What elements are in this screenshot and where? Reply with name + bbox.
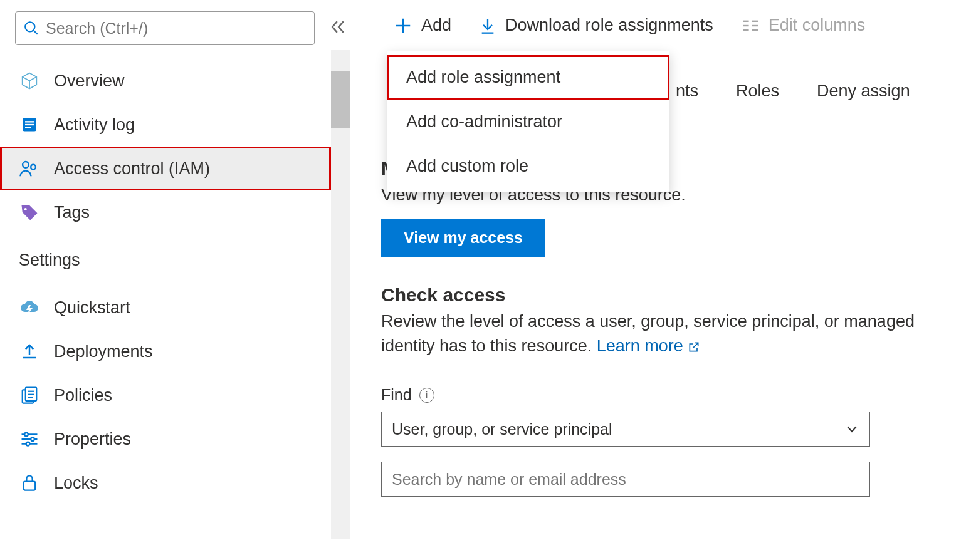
toolbar-label: Download role assignments: [505, 16, 713, 35]
svg-point-19: [31, 437, 34, 441]
dropdown-item-add-role-assignment[interactable]: Add role assignment: [387, 55, 669, 100]
add-button[interactable]: Add: [394, 16, 451, 35]
sidebar-item-tags[interactable]: Tags: [0, 190, 331, 234]
toolbar-label: Add: [421, 16, 451, 35]
svg-line-1: [33, 30, 38, 34]
collapse-sidebar-button[interactable]: [328, 18, 350, 39]
toolbar-label: Edit columns: [769, 16, 866, 35]
sidebar-search-input[interactable]: [46, 19, 307, 38]
external-link-icon: [688, 336, 700, 355]
sidebar-item-properties[interactable]: Properties: [0, 417, 331, 461]
sidebar-item-deployments[interactable]: Deployments: [0, 329, 331, 373]
check-access-heading: Check access: [381, 284, 945, 306]
chevron-down-icon: [844, 422, 859, 437]
svg-rect-4: [25, 121, 34, 122]
content-area: M View my level of access to this resour…: [381, 159, 945, 497]
sidebar-item-label: Locks: [54, 474, 98, 493]
svg-point-7: [23, 162, 29, 168]
dropdown-item-add-custom-role[interactable]: Add custom role: [387, 144, 669, 189]
sidebar-item-label: Overview: [54, 71, 125, 91]
learn-more-link[interactable]: Learn more: [597, 336, 701, 355]
policies-icon: [19, 385, 40, 406]
find-search-wrapper[interactable]: [381, 462, 870, 497]
columns-icon: [741, 18, 760, 33]
sidebar-item-label: Properties: [54, 430, 131, 449]
svg-rect-22: [24, 482, 35, 490]
sidebar: Overview Activity log Access control: [0, 0, 351, 560]
check-access-description: Review the level of access a user, group…: [381, 309, 945, 358]
toolbar: Add Download role assignments Edit colum…: [381, 0, 971, 51]
edit-columns-button[interactable]: Edit columns: [741, 16, 866, 35]
sliders-icon: [19, 428, 40, 450]
info-icon[interactable]: i: [419, 388, 434, 403]
sidebar-scrollbar-thumb[interactable]: [331, 71, 350, 128]
svg-rect-6: [25, 127, 31, 128]
svg-point-17: [24, 433, 28, 437]
cloud-bolt-icon: [19, 297, 40, 318]
sidebar-item-access-control[interactable]: Access control (IAM): [0, 147, 331, 190]
tab-partial-nts[interactable]: nts: [676, 81, 698, 101]
sidebar-item-label: Tags: [54, 203, 90, 222]
search-icon: [23, 20, 39, 36]
tab-deny-assignments[interactable]: Deny assign: [817, 81, 910, 101]
sidebar-item-label: Access control (IAM): [54, 159, 210, 179]
find-label: Find: [381, 386, 412, 404]
find-search-input[interactable]: [392, 470, 859, 489]
sidebar-item-label: Deployments: [54, 342, 153, 361]
tag-icon: [19, 202, 40, 223]
sidebar-item-quickstart[interactable]: Quickstart: [0, 286, 331, 329]
tabs-partial: nts Roles Deny assign: [676, 81, 910, 101]
find-select-value: User, group, or service principal: [392, 420, 612, 438]
view-my-access-button[interactable]: View my access: [381, 219, 545, 257]
sidebar-section-settings: Settings: [19, 244, 312, 279]
svg-rect-5: [25, 124, 34, 125]
download-icon: [479, 16, 496, 35]
log-icon: [19, 114, 40, 135]
download-role-assignments-button[interactable]: Download role assignments: [479, 16, 713, 35]
sidebar-nav: Overview Activity log Access control: [0, 59, 331, 547]
svg-point-21: [26, 442, 30, 446]
find-label-row: Find i: [381, 386, 945, 404]
sidebar-item-activity-log[interactable]: Activity log: [0, 103, 331, 147]
sidebar-item-label: Quickstart: [54, 298, 130, 318]
dropdown-item-add-co-administrator[interactable]: Add co-administrator: [387, 100, 669, 144]
sidebar-item-overview[interactable]: Overview: [0, 59, 331, 103]
sidebar-item-label: Policies: [54, 386, 112, 405]
sidebar-search[interactable]: [15, 11, 315, 45]
people-icon: [19, 158, 40, 179]
svg-point-9: [24, 208, 27, 210]
find-type-select[interactable]: User, group, or service principal: [381, 412, 870, 447]
svg-point-0: [25, 22, 34, 31]
main-area: Add Download role assignments Edit colum…: [381, 0, 971, 560]
lock-icon: [19, 472, 40, 494]
plus-icon: [394, 16, 412, 35]
sidebar-item-label: Activity log: [54, 115, 135, 135]
sidebar-item-policies[interactable]: Policies: [0, 373, 331, 417]
svg-point-8: [31, 165, 36, 170]
sidebar-item-locks[interactable]: Locks: [0, 461, 331, 505]
upload-icon: [19, 341, 40, 362]
tab-roles[interactable]: Roles: [736, 81, 779, 101]
add-dropdown: Add role assignment Add co-administrator…: [387, 51, 669, 192]
cube-icon: [19, 70, 40, 91]
